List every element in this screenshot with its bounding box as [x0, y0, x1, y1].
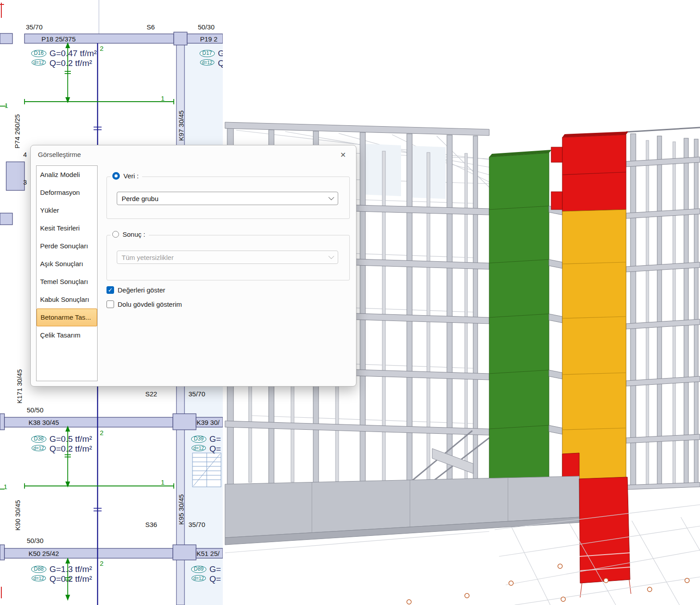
plan-label: K38 30/45: [29, 419, 59, 426]
app-window: 35/70S650/30P18 25/375P19 22G=0.47 tf/m²…: [0, 0, 700, 605]
plan-label: 1: [4, 102, 8, 109]
sidebar-item-perde-sonuçları[interactable]: Perde Sonuçları: [37, 237, 97, 255]
show-values-checkbox[interactable]: ✓: [106, 286, 114, 294]
solid-view-checkbox[interactable]: ✓: [106, 300, 114, 308]
plan-label: 50/50: [27, 406, 44, 414]
plan-label: D38: [31, 436, 46, 443]
solid-view-label: Dolu gövdeli gösterim: [118, 300, 182, 308]
shear-wall-yellow[interactable]: [562, 210, 626, 481]
visualization-dialog: Görselleştirme ✕ Analiz ModeliDeformasyo…: [30, 145, 356, 387]
plan-label: D88: [31, 566, 46, 573]
sidebar-item-aşık-sonuçları[interactable]: Aşık Sonuçları: [37, 255, 97, 273]
sidebar-item-deformasyon[interactable]: Deformasyon: [37, 184, 97, 202]
plan-label: K90 30/45: [14, 500, 21, 531]
sidebar-item-çelik-tasarım[interactable]: Çelik Tasarım: [37, 326, 97, 344]
plan-label: K97 30/45: [177, 111, 185, 141]
plan-label: 1: [4, 483, 7, 490]
plan-label: 2: [100, 45, 103, 52]
dialog-title: Görselleştirme: [38, 151, 81, 158]
show-values-label: Değerleri göster: [118, 286, 165, 294]
plan-label: d=12: [192, 445, 206, 451]
plan-label: 2: [100, 560, 103, 567]
plan-label: 4: [23, 151, 27, 158]
plan-label: G=0.47 tf/m²: [49, 49, 97, 58]
foundation-node-markers: [407, 564, 689, 604]
sidebar-item-temel-sonuçları[interactable]: Temel Sonuçları: [37, 273, 97, 291]
plan-label: G=: [218, 49, 223, 58]
sonuc-radio[interactable]: [112, 231, 119, 238]
plan-label: G=1.3 tf/m²: [49, 564, 92, 574]
plan-label: K50 25/42: [29, 550, 59, 557]
sidebar-item-kabuk-sonuçları[interactable]: Kabuk Sonuçları: [37, 291, 97, 309]
plan-label: 3: [23, 178, 27, 186]
sonuc-radio-label: Sonuç :: [123, 230, 145, 238]
plan-label: S22: [145, 390, 157, 398]
plan-label: d=12: [192, 575, 206, 581]
plan-label: Q=0.2 tf/m²: [49, 58, 92, 68]
plan-label: D16: [31, 50, 46, 57]
close-icon[interactable]: ✕: [337, 149, 349, 161]
sidebar-item-betonarme-tas-[interactable]: Betonarme Tas...: [37, 309, 97, 326]
plan-label: Q=: [209, 574, 221, 584]
plan-label: 35/70: [26, 23, 43, 31]
plan-label: K39 30/: [196, 419, 220, 426]
shear-wall-green[interactable]: [489, 153, 549, 489]
plan-label: 50/30: [27, 537, 44, 544]
plan-label: P74 260/25: [13, 114, 21, 148]
sonuc-dropdown-value: Tüm yetersizlikler: [122, 254, 174, 261]
plan-label: d=12: [32, 575, 46, 581]
plan-label: Q=0.2 tf/m²: [49, 574, 92, 584]
plan-label: d=12: [200, 59, 214, 66]
plan-label: 50/30: [198, 23, 215, 31]
plan-label: P19 2: [200, 35, 217, 43]
plan-label: 35/70: [188, 390, 205, 398]
plan-label: d=12: [32, 445, 46, 451]
plan-label: Q=: [218, 58, 223, 68]
veri-dropdown-value: Perde grubu: [122, 195, 159, 202]
plan-label: K171 30/45: [16, 369, 23, 403]
plan-label: G=: [209, 564, 221, 574]
veri-radio-label: Veri :: [123, 172, 139, 180]
plan-label: K95 30/45: [177, 494, 185, 525]
sidebar-item-kesit-tesirleri[interactable]: Kesit Tesirleri: [37, 219, 97, 237]
dialog-titlebar[interactable]: Görselleştirme ✕: [31, 145, 356, 164]
sidebar-item-yükler[interactable]: Yükler: [37, 202, 97, 219]
sonuc-dropdown[interactable]: Tüm yetersizlikler: [117, 251, 338, 264]
plan-label: Q=: [209, 444, 221, 454]
plan-label: 1: [161, 95, 164, 102]
plan-label: 1: [161, 478, 164, 486]
plan-label: 2: [100, 429, 103, 436]
veri-groupbox: Veri : Perde grubu: [106, 177, 350, 219]
plan-label: G=0.5 tf/m²: [49, 434, 92, 444]
plan-label: D39: [191, 436, 206, 443]
show-values-row: ✓ Değerleri göster: [106, 286, 165, 294]
plan-label: D89: [191, 566, 206, 573]
sonuc-groupbox: Sonuç : Tüm yetersizlikler: [106, 235, 350, 280]
plan-label: 35/70: [188, 521, 205, 528]
solid-view-row: ✓ Dolu gövdeli gösterim: [106, 300, 182, 308]
dialog-sidebar-list: Analiz ModeliDeformasyonYüklerKesit Tesi…: [36, 165, 98, 381]
chevron-down-icon: [328, 253, 334, 259]
plan-label: S36: [145, 521, 157, 528]
plan-label: G=: [209, 434, 221, 444]
veri-radio[interactable]: [112, 172, 120, 180]
plan-label: P18 25/375: [41, 35, 76, 43]
plan-label: Q=0.2 tf/m²: [49, 444, 92, 454]
plan-label: D17: [200, 50, 215, 57]
sidebar-item-analiz-modeli[interactable]: Analiz Modeli: [37, 166, 97, 184]
chevron-down-icon: [328, 194, 334, 200]
plan-label: d=12: [32, 59, 46, 66]
plan-label: S6: [147, 23, 155, 31]
plan-label: K51 25/: [196, 550, 220, 557]
shear-wall-red-top[interactable]: [562, 135, 626, 211]
veri-dropdown[interactable]: Perde grubu: [117, 192, 338, 205]
